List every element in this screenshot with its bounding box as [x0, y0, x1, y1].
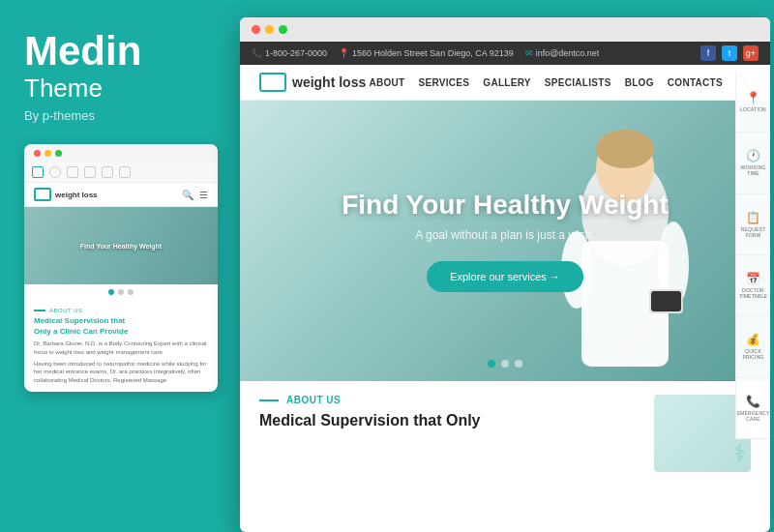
sidebar-emergency[interactable]: 📞 EMERGENCY CARE: [736, 378, 770, 439]
googleplus-icon[interactable]: g+: [743, 45, 759, 61]
mini-nav: weight loss 🔍 ☰: [24, 183, 218, 207]
mini-dot-2: [118, 289, 124, 295]
sidebar-location[interactable]: 📍 LOCATION: [736, 72, 770, 133]
emergency-label: EMERGENCY CARE: [737, 410, 770, 422]
sidebar-pricing[interactable]: 💰 QUICK PRICING: [736, 316, 770, 377]
location-label: LOCATION: [740, 106, 766, 112]
location-icon: 📍: [339, 48, 349, 58]
mini-browser-chrome: [24, 144, 218, 163]
form-icon: 📋: [746, 211, 760, 224]
hero-title: Find Your Healthy Weight: [342, 190, 669, 221]
mini-slide-dots: [24, 284, 218, 300]
brand-subtitle: Theme: [24, 74, 208, 103]
nav-blog[interactable]: BLOG: [625, 77, 654, 88]
about-label: About us: [286, 395, 341, 405]
top-bar-right: f t g+: [700, 45, 759, 61]
hero-cta-button[interactable]: Explore our services →: [427, 261, 583, 292]
nav-links: ABOUT SERVICES GALLERY SPECIALISTS BLOG …: [369, 75, 751, 89]
mini-device-preview: weight loss 🔍 ☰ Find Your Healthy Weight…: [24, 144, 218, 392]
email-icon: ✉: [525, 48, 533, 58]
clock-icon: 🕐: [746, 149, 760, 163]
mini-dot-red: [34, 150, 41, 157]
mini-logo: weight loss: [34, 188, 98, 201]
facebook-icon[interactable]: f: [700, 45, 716, 61]
nav-specialists[interactable]: SPECIALISTS: [545, 77, 611, 88]
address-text: 1560 Holden Street San Diego, CA 92139: [352, 48, 514, 58]
mini-nav-icon3: [67, 166, 78, 178]
about-section: About us Medical Supervision that Only ⚕: [240, 381, 770, 486]
mini-about-title: Medical Supervision that Only a Clinic C…: [34, 316, 208, 337]
dna-decoration: ⚕: [733, 440, 746, 467]
phone-number: 1-800-267-0000: [265, 48, 327, 58]
browser-chrome: [240, 17, 770, 42]
mini-about-desc2: Having been introduced to naturopathic m…: [34, 360, 208, 384]
location-sidebar-icon: 📍: [746, 91, 760, 104]
brand-by: By p-themes: [24, 108, 208, 123]
about-text: About us Medical Supervision that Only: [259, 395, 639, 431]
main-nav: weight loss ABOUT SERVICES GALLERY SPECI…: [240, 65, 770, 101]
mini-dot-yellow: [45, 150, 51, 157]
mini-logo-text: weight loss: [55, 191, 98, 199]
browser-window: 📞 1-800-267-0000 📍 1560 Holden Street Sa…: [240, 17, 770, 532]
mini-hero-text: Find Your Healthy Weight: [80, 243, 162, 250]
phone-icon: 📞: [252, 48, 262, 58]
about-title: Medical Supervision that Only: [259, 411, 639, 431]
mini-about-content: About us Medical Supervision that Only a…: [24, 300, 218, 392]
calendar-icon: 📅: [746, 272, 760, 285]
hero-subtitle: A goal without a plan is just a wish.: [415, 228, 594, 242]
nav-gallery[interactable]: GALLERY: [483, 77, 531, 88]
hero-content: Find Your Healthy Weight A goal without …: [240, 101, 770, 381]
hero-dot-3[interactable]: [515, 360, 522, 368]
email-info: ✉ info@dentco.net: [525, 48, 600, 58]
mini-nav-icon4: [84, 166, 96, 178]
mini-menu-icon[interactable]: ☰: [199, 190, 208, 200]
about-decorative-line: [259, 399, 279, 401]
phone-info: 📞 1-800-267-0000: [252, 48, 327, 58]
mini-nav-icon2: [49, 166, 61, 178]
brand-title: Medin: [24, 29, 208, 74]
nav-about[interactable]: ABOUT: [369, 77, 404, 88]
site-logo[interactable]: weight loss: [259, 73, 366, 92]
hero-dot-1[interactable]: [488, 360, 495, 368]
mini-about-desc: Dr. Barbara Glover, N.D. is a Body Conto…: [34, 340, 208, 356]
pricing-icon: 💰: [746, 333, 760, 346]
hero-dot-2[interactable]: [501, 360, 509, 368]
logo-icon: [259, 73, 286, 92]
sidebar-request-form[interactable]: 📋 REQUEST FORM: [736, 194, 770, 255]
mini-about-label: About us: [34, 308, 208, 313]
mini-logo-icon: [34, 188, 51, 201]
twitter-icon[interactable]: t: [722, 45, 737, 61]
address-info: 📍 1560 Holden Street San Diego, CA 92139: [339, 48, 514, 58]
sidebar-timetable[interactable]: 📅 DOCTOR TIMETABLE: [736, 255, 770, 316]
right-sidebar: 📍 LOCATION 🕐 WORKING TIME 📋 REQUEST FORM…: [735, 72, 770, 439]
mini-nav-icon1: [32, 166, 44, 178]
request-form-label: REQUEST FORM: [738, 226, 768, 238]
nav-contacts[interactable]: CONTACTS: [668, 77, 723, 88]
browser-dot-yellow[interactable]: [265, 25, 274, 34]
left-panel: Medin Theme By p-themes weight loss 🔍: [0, 0, 232, 532]
mini-dot-1: [108, 289, 114, 295]
browser-dot-red[interactable]: [252, 25, 260, 34]
hero-slide-dots: [488, 360, 522, 368]
mini-dot-green: [55, 150, 62, 157]
top-bar: 📞 1-800-267-0000 📍 1560 Holden Street Sa…: [240, 42, 770, 65]
emergency-icon: 📞: [746, 395, 760, 408]
about-label-row: About us: [259, 395, 639, 405]
pricing-label: QUICK PRICING: [738, 348, 768, 360]
mini-nav-icon5: [102, 166, 113, 178]
top-bar-left: 📞 1-800-267-0000 📍 1560 Holden Street Sa…: [252, 48, 599, 58]
timetable-label: DOCTOR TIMETABLE: [738, 287, 768, 299]
hero-section: Find Your Healthy Weight A goal without …: [240, 101, 770, 381]
email-text: info@dentco.net: [536, 48, 600, 58]
mini-dot-3: [128, 289, 134, 295]
logo-text: weight loss: [292, 74, 366, 91]
mini-hero: Find Your Healthy Weight: [24, 207, 218, 284]
nav-services[interactable]: SERVICES: [419, 77, 470, 88]
mini-nav-icon6: [119, 166, 131, 178]
browser-dot-green[interactable]: [279, 25, 287, 34]
sidebar-working-time[interactable]: 🕐 WORKING TIME: [736, 133, 770, 193]
mini-search-area: 🔍 ☰: [182, 190, 208, 200]
mini-search-icon[interactable]: 🔍: [182, 190, 194, 200]
mini-about-line: [34, 310, 45, 311]
working-time-label: WORKING TIME: [738, 164, 768, 176]
